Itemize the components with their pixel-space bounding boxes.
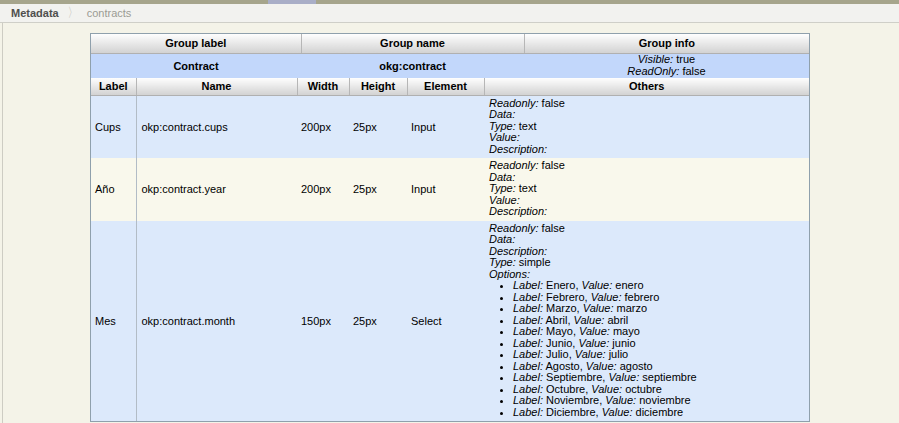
field-width-cell: 200px	[297, 95, 349, 158]
breadcrumb-separator-icon: 〉	[68, 4, 78, 22]
option-item: Label: Julio, Value: julio	[513, 349, 805, 361]
field-height-cell: 25px	[349, 95, 407, 158]
others-property: Data:	[489, 109, 805, 121]
option-item: Label: Diciembre, Value: diciembre	[513, 407, 805, 419]
field-height-header: Height	[349, 78, 407, 95]
field-name-header: Name	[136, 78, 297, 95]
others-property: Readonly: false	[489, 98, 805, 110]
others-property: Type: text	[489, 183, 805, 195]
others-property: Type: simple	[489, 257, 805, 269]
option-item: Label: Enero, Value: enero	[513, 280, 805, 292]
field-others-cell: Readonly: falseData: Description: Type: …	[484, 221, 809, 422]
options-list: Label: Enero, Value: eneroLabel: Febrero…	[489, 280, 805, 418]
others-property: Description:	[489, 206, 805, 218]
field-name-cell: okp:contract.cups	[136, 95, 297, 158]
group-name-header: Group name	[301, 34, 524, 53]
content-area: Group label Group name Group info Contra…	[0, 23, 899, 423]
others-property: Readonly: false	[489, 223, 805, 235]
group-table: Group label Group name Group info Contra…	[91, 34, 809, 78]
field-element-cell: Select	[407, 221, 484, 422]
group-header-row: Group label Group name Group info	[91, 34, 809, 53]
option-item: Label: Mayo, Value: mayo	[513, 326, 805, 338]
field-others-header: Others	[484, 78, 809, 95]
field-name-cell: okp:contract.month	[136, 221, 297, 422]
metadata-panel: Group label Group name Group info Contra…	[90, 33, 810, 422]
field-label-cell: Mes	[91, 221, 136, 422]
field-others-cell: Readonly: falseData: Type: textValue: De…	[484, 95, 809, 158]
option-item: Label: Marzo, Value: marzo	[513, 303, 805, 315]
others-property: Description:	[489, 144, 805, 156]
others-property: Readonly: false	[489, 160, 805, 172]
field-label-header: Label	[91, 78, 136, 95]
field-label-cell: Año	[91, 158, 136, 221]
field-row: Añookp:contract.year200px25pxInputReadon…	[91, 158, 809, 221]
field-element-cell: Input	[407, 95, 484, 158]
fields-table-body: Cupsokp:contract.cups200px25pxInputReado…	[91, 95, 809, 421]
breadcrumb-item-metadata[interactable]: Metadata	[11, 7, 59, 19]
field-element-header: Element	[407, 78, 484, 95]
group-info-cell: Visible: trueReadOnly: false	[524, 53, 809, 78]
field-height-cell: 25px	[349, 221, 407, 422]
others-property: Type: text	[489, 121, 805, 133]
group-info-line: ReadOnly: false	[524, 66, 809, 78]
group-row: Contract okg:contract Visible: trueReadO…	[91, 53, 809, 78]
group-label-header: Group label	[91, 34, 301, 53]
field-row: Cupsokp:contract.cups200px25pxInputReado…	[91, 95, 809, 158]
breadcrumb-item-contracts[interactable]: contracts	[87, 7, 132, 19]
option-item: Label: Noviembre, Value: noviembre	[513, 395, 805, 407]
fields-table: Label Name Width Height Element Others C…	[91, 78, 809, 421]
option-item: Label: Septiembre, Value: septiembre	[513, 372, 805, 384]
fields-header-row: Label Name Width Height Element Others	[91, 78, 809, 95]
field-element-cell: Input	[407, 158, 484, 221]
field-width-header: Width	[297, 78, 349, 95]
field-height-cell: 25px	[349, 158, 407, 221]
field-name-cell: okp:contract.year	[136, 158, 297, 221]
group-label-cell: Contract	[91, 53, 301, 78]
field-label-cell: Cups	[91, 95, 136, 158]
field-row: Mesokp:contract.month150px25pxSelectRead…	[91, 221, 809, 422]
group-info-header: Group info	[524, 34, 809, 53]
field-others-cell: Readonly: falseData: Type: textValue: De…	[484, 158, 809, 221]
breadcrumb: Metadata 〉 contracts	[0, 4, 899, 23]
field-width-cell: 200px	[297, 158, 349, 221]
group-name-cell: okg:contract	[301, 53, 524, 78]
field-width-cell: 150px	[297, 221, 349, 422]
